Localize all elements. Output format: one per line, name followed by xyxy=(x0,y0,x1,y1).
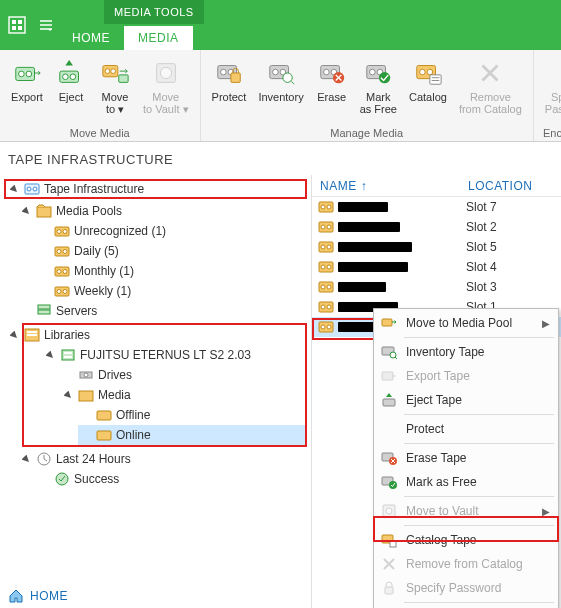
menu-remove-catalog[interactable]: Remove from Catalog xyxy=(376,552,556,576)
password-icon xyxy=(380,579,398,597)
svg-point-47 xyxy=(63,250,67,254)
tree-online[interactable]: Online xyxy=(78,425,305,445)
tree-root[interactable]: Tape Infrastructure xyxy=(4,179,307,199)
tree-drives[interactable]: Drives xyxy=(60,365,305,385)
specify-password-label: Specify Password xyxy=(545,91,561,115)
move-to-button[interactable]: Move to ▾ xyxy=(94,54,136,127)
tape-icon xyxy=(318,260,334,274)
tape-pool-icon xyxy=(54,263,70,279)
expander-icon[interactable] xyxy=(62,389,74,401)
menu-eject-tape[interactable]: Eject Tape xyxy=(376,388,556,412)
tree-library-device[interactable]: FUJITSU ETERNUS LT S2 2.03 xyxy=(42,345,305,365)
tree-pool-daily[interactable]: Daily (5) xyxy=(36,241,311,261)
tree-last-24[interactable]: Last 24 Hours xyxy=(18,449,311,469)
cell-location: Slot 2 xyxy=(460,220,561,234)
remove-catalog-label: Remove from Catalog xyxy=(459,91,522,115)
tree-servers[interactable]: Servers xyxy=(18,301,311,321)
submenu-arrow-icon: ▶ xyxy=(542,318,550,329)
svg-rect-36 xyxy=(430,75,441,84)
nav-home[interactable]: HOME xyxy=(8,588,68,604)
tab-media[interactable]: MEDIA xyxy=(124,26,193,50)
redacted-name xyxy=(338,282,386,292)
expander-icon[interactable] xyxy=(8,183,20,195)
export-button[interactable]: Export xyxy=(6,54,48,127)
svg-point-46 xyxy=(57,250,61,254)
tab-home[interactable]: HOME xyxy=(58,26,124,50)
mark-free-button[interactable]: Mark as Free xyxy=(355,54,402,127)
col-header-location[interactable]: LOCATION xyxy=(460,179,561,193)
tree-label: Drives xyxy=(98,368,132,382)
menu-mark-free[interactable]: Mark as Free xyxy=(376,470,556,494)
erase-button[interactable]: Erase xyxy=(311,54,353,127)
expander-icon[interactable] xyxy=(20,205,32,217)
expander-icon[interactable] xyxy=(8,329,20,341)
erase-icon xyxy=(380,449,398,467)
menu-catalog-tape[interactable]: Catalog Tape xyxy=(376,528,556,552)
svg-point-18 xyxy=(221,69,227,75)
menu-erase-tape[interactable]: Erase Tape xyxy=(376,446,556,470)
protect-button[interactable]: Protect xyxy=(207,54,252,127)
catalog-button[interactable]: Catalog xyxy=(404,54,452,127)
expander-icon[interactable] xyxy=(44,349,56,361)
catalog-label: Catalog xyxy=(409,91,447,103)
svg-rect-93 xyxy=(382,372,393,380)
menu-label: Remove from Catalog xyxy=(406,557,523,571)
tree-media-pools[interactable]: Media Pools xyxy=(18,201,311,221)
mark-free-label: Mark as Free xyxy=(360,91,397,115)
menu-specify-password[interactable]: Specify Password xyxy=(376,576,556,600)
menu-inventory-tape[interactable]: Inventory Tape xyxy=(376,340,556,364)
tree-pool-monthly[interactable]: Monthly (1) xyxy=(36,261,311,281)
tree-label: Success xyxy=(74,472,119,486)
menu-export-tape[interactable]: Export Tape xyxy=(376,364,556,388)
tape-icon xyxy=(318,200,334,214)
menu-move-to-vault[interactable]: Move to Vault▶ xyxy=(376,499,556,523)
panel-title: TAPE INFRASTRUCTURE xyxy=(0,142,561,175)
col-header-name[interactable]: NAME↑ xyxy=(312,179,460,193)
tree-pool-unrecognized[interactable]: Unrecognized (1) xyxy=(36,221,311,241)
media-folder-icon xyxy=(78,387,94,403)
table-row[interactable]: Slot 2 xyxy=(312,217,561,237)
table-row[interactable]: Slot 7 xyxy=(312,197,561,217)
table-row[interactable]: Slot 5 xyxy=(312,237,561,257)
table-row[interactable]: Slot 4 xyxy=(312,257,561,277)
specify-password-button[interactable]: Specify Password xyxy=(540,54,561,127)
tree-libraries[interactable]: Libraries xyxy=(24,325,305,345)
svg-point-71 xyxy=(327,205,331,209)
remove-catalog-button[interactable]: Remove from Catalog xyxy=(454,54,527,127)
menu-move-to-pool[interactable]: Move to Media Pool▶ xyxy=(376,311,556,335)
svg-rect-64 xyxy=(79,391,93,401)
svg-point-10 xyxy=(70,74,76,80)
tree-offline[interactable]: Offline xyxy=(78,405,305,425)
svg-point-7 xyxy=(26,71,32,77)
menu-separator xyxy=(404,525,554,526)
servers-icon xyxy=(36,303,52,319)
eject-button[interactable]: Eject xyxy=(50,54,92,127)
protect-label: Protect xyxy=(212,91,247,103)
export-icon xyxy=(11,57,43,89)
app-menu-button[interactable] xyxy=(34,0,58,50)
svg-rect-14 xyxy=(119,75,128,83)
table-row[interactable]: Slot 3 xyxy=(312,277,561,297)
svg-point-76 xyxy=(321,245,325,249)
svg-point-12 xyxy=(105,69,110,74)
tree-pool-weekly[interactable]: Weekly (1) xyxy=(36,281,311,301)
tree-success[interactable]: Success xyxy=(36,469,311,489)
move-to-label: Move to ▾ xyxy=(102,91,129,115)
success-icon xyxy=(54,471,70,487)
move-to-vault-label: Move to Vault ▾ xyxy=(143,91,189,115)
svg-rect-102 xyxy=(390,541,396,547)
inventory-button[interactable]: Inventory xyxy=(253,54,308,127)
svg-rect-59 xyxy=(62,350,74,360)
clock-icon xyxy=(36,451,52,467)
menu-label: Erase Tape xyxy=(406,451,467,465)
menu-separator xyxy=(404,496,554,497)
move-to-vault-button[interactable]: Move to Vault ▾ xyxy=(138,54,194,127)
expander-icon[interactable] xyxy=(20,453,32,465)
offline-icon xyxy=(96,407,112,423)
svg-point-73 xyxy=(321,225,325,229)
tree-label: Libraries xyxy=(44,328,90,342)
menu-label: Mark as Free xyxy=(406,475,477,489)
menu-protect[interactable]: Protect xyxy=(376,417,556,441)
svg-point-30 xyxy=(370,69,376,75)
tree-media[interactable]: Media xyxy=(60,385,305,405)
